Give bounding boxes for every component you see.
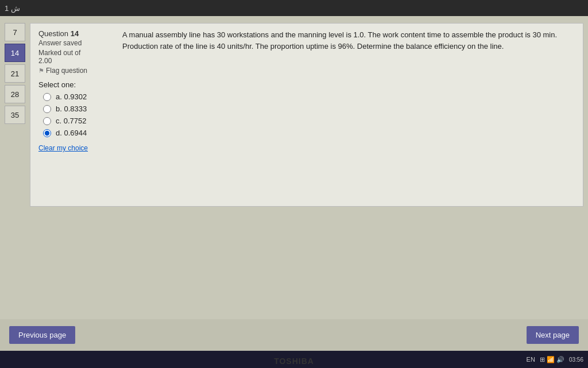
sidebar-item-28[interactable]: 28	[5, 85, 25, 103]
nav-area: Previous page Next page	[0, 319, 588, 351]
select-one-label: Select one:	[38, 80, 575, 89]
question-meta: Question 14 Answer saved Marked out of 2…	[38, 29, 113, 75]
next-page-button[interactable]: Next page	[527, 326, 579, 344]
sidebar-item-7[interactable]: 7	[5, 23, 25, 41]
sidebar-item-14[interactable]: 14	[5, 44, 25, 62]
radio-a[interactable]	[43, 93, 51, 101]
previous-page-button[interactable]: Previous page	[9, 326, 75, 344]
sidebar-item-21[interactable]: 21	[5, 64, 25, 83]
option-a[interactable]: a. 0.9302	[43, 92, 575, 101]
radio-d[interactable]	[43, 129, 51, 137]
taskbar-brand: TOSHIBA	[274, 357, 314, 366]
taskbar-en: EN	[527, 356, 535, 363]
marked-out-label: Marked out of 2.00	[38, 49, 113, 65]
question-panel: Question 14 Answer saved Marked out of 2…	[30, 23, 583, 207]
option-d[interactable]: d. 0.6944	[43, 129, 575, 137]
top-bar-text: ش 1	[5, 4, 20, 13]
radio-b[interactable]	[43, 105, 51, 113]
flag-icon: ⚑	[38, 67, 44, 75]
flag-question-button[interactable]: ⚑ Flag question	[38, 67, 113, 75]
main-area: 7 14 21 28 35 Question 14 Answer saved	[0, 16, 588, 319]
answer-saved-label: Answer saved	[38, 39, 113, 47]
option-b[interactable]: b. 0.8333	[43, 104, 575, 113]
taskbar-icons: ⊞ 📶 🔊	[540, 356, 564, 363]
options-list: a. 0.9302 b. 0.8333 c. 0.7752 d. 0.6944	[43, 92, 575, 137]
radio-c[interactable]	[43, 117, 51, 125]
option-c[interactable]: c. 0.7752	[43, 117, 575, 125]
clear-choice-link[interactable]: Clear my choice	[38, 144, 575, 152]
question-text: A manual assembly line has 30 workstatio…	[122, 29, 575, 75]
sidebar: 7 14 21 28 35	[5, 23, 25, 312]
taskbar-time: 03:56	[569, 357, 583, 363]
question-number: Question 14	[38, 29, 113, 38]
top-bar: ش 1	[0, 0, 588, 16]
sidebar-item-35[interactable]: 35	[5, 106, 25, 124]
question-header: Question 14 Answer saved Marked out of 2…	[38, 29, 575, 75]
